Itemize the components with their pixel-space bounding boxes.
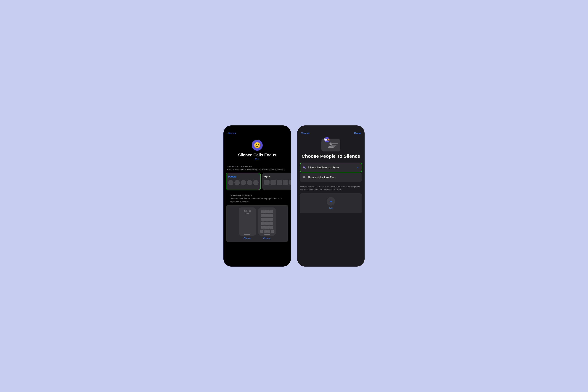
home-icon-6 (270, 222, 273, 225)
home-row-2 (260, 222, 274, 225)
home-rect-2 (261, 218, 273, 220)
add-plus-icon: + (330, 199, 332, 204)
back-label: Focus (228, 132, 236, 135)
add-section: + Add (297, 193, 364, 213)
customise-section-label: CUSTOMISE SCREENS (226, 194, 288, 197)
allow-from-label: Allow Notifications From (308, 176, 359, 179)
lock-screen-preview[interactable]: 16:06 Choose (239, 208, 256, 240)
silence-section-label: SILENCE NOTIFICATIONS (224, 165, 291, 168)
bell-slash-icon (303, 166, 306, 170)
illus-lines (331, 143, 338, 147)
silence-from-label: Silence Notifications From (308, 166, 355, 169)
cancel-button[interactable]: Cancel (301, 132, 309, 135)
apps-card-title: Apps (264, 175, 291, 178)
focus-title: Silence Calls Focus (224, 152, 291, 158)
home-icon-8 (265, 226, 269, 229)
back-chevron-icon: ‹ (226, 132, 228, 135)
home-icon-9 (270, 226, 273, 229)
add-label: Add (329, 207, 333, 210)
home-row-1 (260, 210, 274, 214)
home-icon-3 (270, 210, 273, 214)
shield-icon (302, 176, 306, 180)
people-card[interactable]: People (226, 173, 261, 190)
avatar-3 (241, 180, 246, 185)
screens-container: ‹ Focus 😊 Silence Calls Focus Edit SILEN… (224, 126, 364, 266)
app-icon-5 (289, 180, 291, 185)
dock-icon-4 (271, 230, 274, 233)
home-icon-2 (265, 210, 269, 214)
home-icon-5 (265, 222, 269, 225)
app-icon-row (264, 180, 291, 185)
dock-icon-1 (260, 230, 263, 233)
home-icon-1 (261, 210, 265, 214)
dock-icon-2 (264, 230, 267, 233)
illustration-bg: 🔕 (322, 139, 340, 152)
app-icon-1 (264, 180, 270, 185)
lock-screen-time: 16:06 (244, 210, 251, 213)
options-list: Silence Notifications From ✓ Allow Notif… (297, 163, 364, 182)
home-icon-4 (261, 222, 265, 225)
left-phone-screen: ‹ Focus 😊 Silence Calls Focus Edit SILEN… (224, 126, 291, 266)
focus-edit-button[interactable]: Edit (224, 158, 291, 161)
lock-screen-dots (246, 213, 249, 214)
home-screen-preview[interactable]: Choose (258, 208, 276, 240)
home-icon-7 (261, 226, 265, 229)
bell-mute-icon: 🔕 (324, 137, 330, 142)
focus-icon: 😊 (252, 140, 263, 151)
option-description: When Silence Calls Focus is on, notifica… (297, 184, 364, 193)
nav-back[interactable]: ‹ Focus (224, 130, 291, 136)
customise-card: 16:06 Choose (226, 205, 288, 242)
notification-cards: People Apps (224, 173, 291, 190)
home-screen-choose-label[interactable]: Choose (263, 237, 271, 240)
lock-screen-choose-label[interactable]: Choose (244, 237, 251, 240)
app-icon-4 (283, 180, 288, 185)
avatar-2 (234, 180, 240, 185)
app-icon-3 (277, 180, 282, 185)
people-card-title: People (228, 175, 258, 178)
choose-people-title: Choose People To Silence (297, 153, 364, 159)
illus-line-1 (331, 143, 338, 144)
add-card: + Add (300, 193, 362, 213)
home-row-3 (260, 226, 274, 229)
avatar-4 (247, 180, 252, 185)
dot-1 (246, 213, 246, 214)
app-icon-2 (270, 180, 276, 185)
dot-2 (247, 213, 248, 214)
dot-3 (248, 213, 249, 214)
avatar-row (228, 180, 258, 185)
right-phone-screen: Cancel Done 🔕 (297, 126, 364, 266)
focus-icon-container: 😊 (224, 140, 291, 151)
screen-previews: 16:06 Choose (228, 208, 286, 240)
allow-notifications-option[interactable]: Allow Notifications From (300, 173, 362, 182)
home-row-dock (260, 230, 274, 233)
illus-line-2 (331, 145, 336, 146)
home-screen-grid (260, 209, 274, 234)
right-nav: Cancel Done (297, 130, 364, 136)
done-button[interactable]: Done (354, 132, 361, 135)
customise-section-desc: Choose a Lock Screen or Home Screen page… (226, 197, 288, 203)
avatar-1 (228, 180, 234, 185)
home-screen-mini (258, 208, 276, 236)
home-screen-home-bar (264, 234, 270, 235)
silence-notifications-option[interactable]: Silence Notifications From ✓ (300, 163, 362, 172)
silence-section-desc: Reduce interruptions by choosing just th… (224, 168, 291, 171)
customise-section: CUSTOMISE SCREENS Choose a Lock Screen o… (224, 194, 291, 242)
add-button[interactable]: + (326, 197, 335, 206)
illustration-container: 🔕 (297, 139, 364, 152)
silence-from-checkmark: ✓ (356, 166, 359, 169)
home-rect-1 (261, 214, 273, 217)
illus-line-3 (331, 146, 335, 147)
lock-screen-mini: 16:06 (239, 208, 256, 236)
lock-screen-home-bar (244, 234, 250, 235)
avatar-5 (253, 180, 258, 185)
apps-card[interactable]: Apps (262, 173, 291, 190)
dock-icon-3 (267, 230, 270, 233)
